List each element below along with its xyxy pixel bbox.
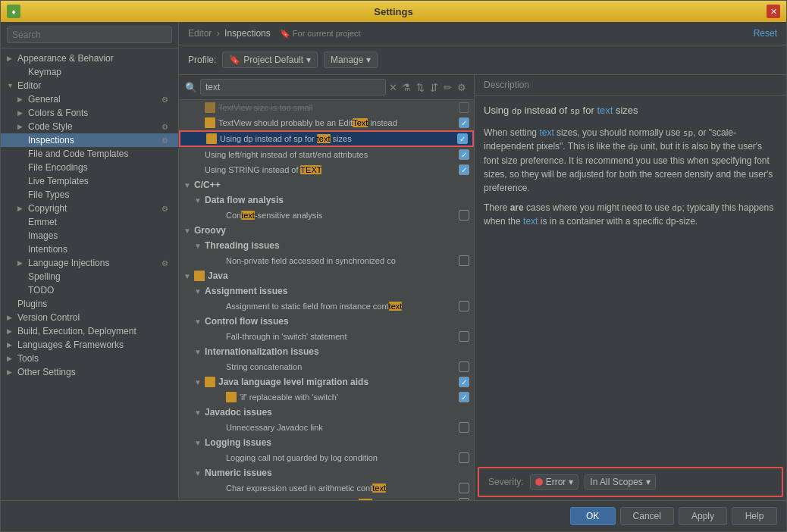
list-item[interactable]: TextView size is too small xyxy=(179,100,474,115)
item-checkbox[interactable] xyxy=(459,255,469,266)
sidebar-item-build-execution[interactable]: ▶ Build, Execution, Deployment xyxy=(1,324,178,338)
list-item-category[interactable]: ▼ Java language level migration aids ✓ xyxy=(179,374,474,390)
sidebar-item-languages-frameworks[interactable]: ▶ Languages & Frameworks xyxy=(1,338,178,352)
list-item-category[interactable]: ▼ Data flow analysis xyxy=(179,192,474,208)
item-checkbox[interactable] xyxy=(459,361,469,372)
expand-all-icon[interactable]: ⇅ xyxy=(415,81,426,94)
list-item-category[interactable]: ▼ Logging issues xyxy=(179,435,474,450)
sidebar-item-label: File and Code Templates xyxy=(28,149,172,159)
list-item[interactable]: Unnecessary Javadoc link xyxy=(179,420,474,435)
filter-icon[interactable]: ⚗ xyxy=(400,81,412,94)
breadcrumb-path: Editor xyxy=(188,28,212,39)
list-item[interactable]: String concatenation xyxy=(179,359,474,374)
clear-search-icon[interactable]: ✕ xyxy=(389,82,397,93)
sidebar-item-copyright[interactable]: ▶ Copyright ⚙ xyxy=(1,202,178,215)
sidebar-item-emmet[interactable]: Emmet xyxy=(1,215,178,229)
middle-area: 🔍 ✕ ⚗ ⇅ ⇵ ✏ ⚙ xyxy=(179,75,786,500)
sidebar-item-file-code-templates[interactable]: File and Code Templates xyxy=(1,147,178,161)
scope-dropdown[interactable]: In All Scopes ▾ xyxy=(585,474,655,490)
sidebar-search-input[interactable] xyxy=(7,27,172,43)
sidebar-item-live-templates[interactable]: Live Templates xyxy=(1,174,178,188)
list-item-category[interactable]: ▼ Control flow issues xyxy=(179,314,474,329)
severity-dropdown[interactable]: Error ▾ xyxy=(530,474,579,490)
sidebar-item-language-injections[interactable]: ▶ Language Injections ⚙ xyxy=(1,256,178,270)
sidebar-item-file-encodings[interactable]: File Encodings xyxy=(1,161,178,174)
sidebar-item-plugins[interactable]: Plugins xyxy=(1,297,178,311)
list-item-category[interactable]: ▼ Groovy xyxy=(179,223,474,238)
item-checkbox[interactable]: ✓ xyxy=(459,117,469,128)
sidebar-item-inspections[interactable]: Inspections ⚙ xyxy=(1,133,178,147)
close-button[interactable]: ✕ xyxy=(767,5,780,18)
list-item[interactable]: Using left/right instead of start/end at… xyxy=(179,147,474,162)
sidebar-item-colors-fonts[interactable]: ▶ Colors & Fonts xyxy=(1,106,178,120)
item-checkbox[interactable] xyxy=(459,452,469,463)
sidebar-item-other-settings[interactable]: ▶ Other Settings xyxy=(1,365,178,379)
item-checkbox[interactable]: ✓ xyxy=(459,377,469,387)
item-checkbox[interactable]: ✓ xyxy=(459,164,469,175)
main-header: Editor › Inspections 🔖 For current proje… xyxy=(179,22,786,45)
item-checkbox[interactable]: ✓ xyxy=(459,392,469,402)
item-checkbox[interactable] xyxy=(459,483,469,493)
list-item[interactable]: Context-sensitive analysis xyxy=(179,208,474,223)
list-item-category[interactable]: ▼ Numeric issues xyxy=(179,465,474,480)
list-item-category[interactable]: ▼ Java xyxy=(179,268,474,283)
sidebar-item-keymap[interactable]: Keymap xyxy=(1,65,178,79)
apply-button[interactable]: Apply xyxy=(679,507,727,525)
sidebar-item-editor[interactable]: ▼ Editor xyxy=(1,79,178,92)
profile-dropdown[interactable]: 🔖 Project Default ▾ xyxy=(222,52,318,68)
item-label: String concatenation xyxy=(226,362,302,371)
list-item[interactable]: Logging call not guarded by log conditio… xyxy=(179,450,474,465)
expand-arrow: ▼ xyxy=(194,318,205,326)
list-item-category[interactable]: ▼ Threading issues xyxy=(179,238,474,253)
item-checkbox[interactable] xyxy=(459,210,469,221)
sidebar-item-code-style[interactable]: ▶ Code Style ⚙ xyxy=(1,120,178,133)
cancel-button[interactable]: Cancel xyxy=(620,507,674,525)
sidebar-item-spelling[interactable]: Spelling xyxy=(1,270,178,283)
expand-arrow: ▼ xyxy=(194,196,205,205)
list-item-category[interactable]: ▼ Assignment issues xyxy=(179,283,474,299)
list-item[interactable]: Assignment to static field from instance… xyxy=(179,299,474,314)
sidebar-item-images[interactable]: Images xyxy=(1,229,178,243)
list-item[interactable]: Fall-through in 'switch' statement xyxy=(179,329,474,344)
bold-word: are xyxy=(510,202,524,213)
search-input[interactable] xyxy=(200,79,386,95)
expand-arrow: ▼ xyxy=(183,181,194,189)
sidebar-item-appearance[interactable]: ▶ Appearance & Behavior xyxy=(1,52,178,65)
item-checkbox[interactable] xyxy=(459,301,469,311)
desc-text-word: text xyxy=(597,105,613,116)
item-label: Using dp instead of sp for text sizes xyxy=(220,134,352,143)
list-item-category[interactable]: ▼ Internationalization issues xyxy=(179,344,474,359)
list-item[interactable]: Non-private field accessed in synchroniz… xyxy=(179,253,474,268)
help-button[interactable]: Help xyxy=(732,507,777,525)
item-checkbox[interactable]: ✓ xyxy=(457,133,468,144)
list-item[interactable]: Char expression used in arithmetic contt… xyxy=(179,480,474,496)
item-checkbox[interactable] xyxy=(459,422,469,433)
list-item-category[interactable]: ▼ C/C++ xyxy=(179,177,474,192)
scope-value: In All Scopes xyxy=(590,477,642,487)
sidebar-item-intentions[interactable]: Intentions xyxy=(1,243,178,256)
list-item[interactable]: 'if' replaceable with 'switch' ✓ xyxy=(179,390,474,405)
sidebar-item-version-control[interactable]: ▶ Version Control xyxy=(1,311,178,324)
breadcrumb-separator: › xyxy=(217,28,220,39)
reset-button[interactable]: Reset xyxy=(754,28,777,39)
item-checkbox[interactable] xyxy=(459,102,469,113)
item-checkbox[interactable] xyxy=(459,331,469,342)
sidebar-item-label: Tools xyxy=(17,353,172,364)
list-item-selected[interactable]: Using dp instead of sp for text sizes ✓ xyxy=(179,130,474,147)
sidebar-item-file-types[interactable]: File Types xyxy=(1,188,178,202)
list-item-category[interactable]: ▼ Javadoc issues xyxy=(179,405,474,420)
edit-icon[interactable]: ✏ xyxy=(442,81,453,94)
gear-icon[interactable]: ⚙ xyxy=(456,81,468,94)
sidebar-item-todo[interactable]: TODO xyxy=(1,283,178,297)
sidebar-item-tools[interactable]: ▶ Tools xyxy=(1,352,178,365)
manage-button[interactable]: Manage ▾ xyxy=(324,52,378,68)
sidebar-item-general[interactable]: ▶ General ⚙ xyxy=(1,92,178,106)
list-item[interactable]: TextView should probably be an EditText … xyxy=(179,115,474,130)
sidebar: ▶ Appearance & Behavior Keymap ▼ Editor … xyxy=(1,22,179,500)
ok-button[interactable]: OK xyxy=(570,507,616,525)
item-label: Unnecessary Javadoc link xyxy=(226,423,323,432)
item-checkbox[interactable]: ✓ xyxy=(459,149,469,160)
category-label: Assignment issues xyxy=(205,286,287,296)
collapse-all-icon[interactable]: ⇵ xyxy=(428,81,440,94)
list-item[interactable]: Using STRING instead of TEXT ✓ xyxy=(179,162,474,177)
